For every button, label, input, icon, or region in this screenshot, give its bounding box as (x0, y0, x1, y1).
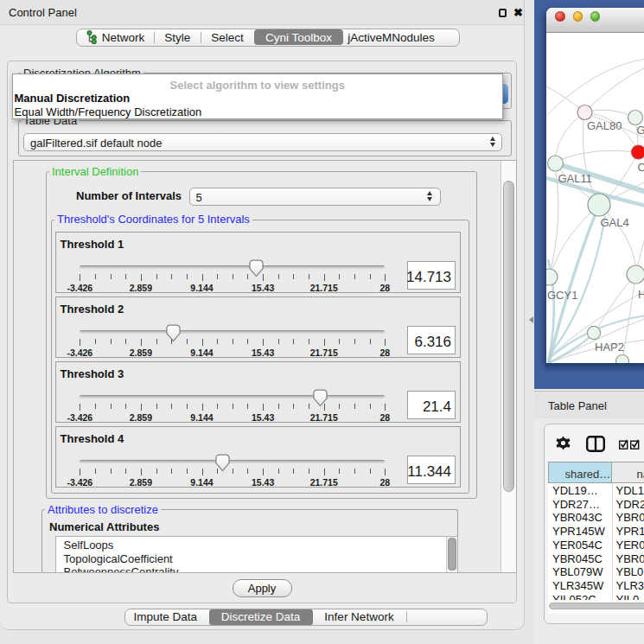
svg-text:HAP2: HAP2 (595, 341, 624, 354)
svg-text:GAL80: GAL80 (587, 119, 622, 132)
svg-text:GAL1: GAL1 (636, 124, 644, 137)
svg-text:H: H (638, 288, 644, 301)
svg-text:GAL11: GAL11 (558, 172, 592, 185)
svg-text:GAL4: GAL4 (600, 216, 628, 229)
svg-text:GCY1: GCY1 (547, 289, 577, 302)
svg-text:C: C (637, 161, 644, 174)
